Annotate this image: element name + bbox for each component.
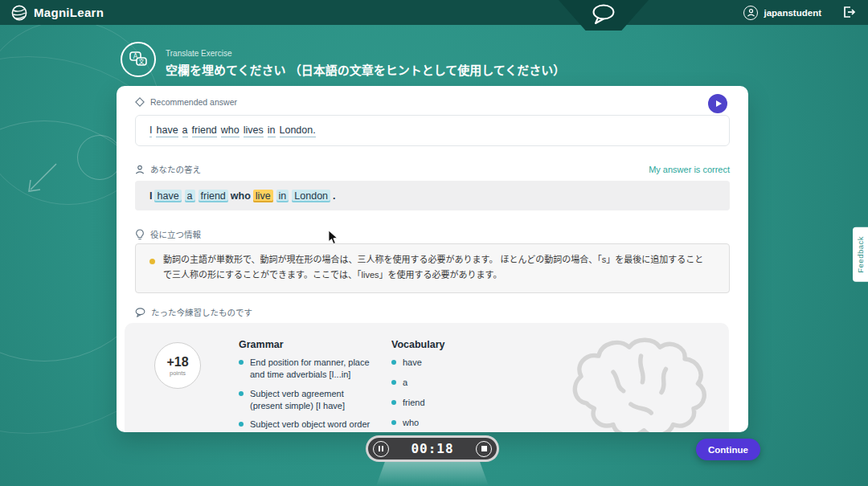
svg-text:文: 文 bbox=[139, 58, 145, 65]
grammar-item: End position for manner, place and time … bbox=[239, 357, 377, 381]
grammar-tip-box: 動詞の主語が単数形で、動詞が現在形の場合は、三人称を使用する必要があります。 ほ… bbox=[135, 243, 730, 293]
answer-token: have bbox=[154, 190, 181, 202]
user-answer-sentence: IhaveafriendwholiveinLondon. bbox=[149, 190, 337, 202]
points-value: +18 bbox=[166, 355, 188, 370]
recommended-sentence: IhaveafriendwholivesinLondon. bbox=[149, 125, 320, 137]
play-icon bbox=[716, 100, 722, 107]
grammar-item: Subject verb agreement (present simple) … bbox=[239, 388, 377, 412]
brand-logo[interactable]: MagniLearn bbox=[11, 5, 104, 21]
username-label: japanstudent bbox=[764, 8, 821, 18]
answer-token: I bbox=[149, 190, 152, 202]
page-title: 空欄を埋めてください （日本語の文章をヒントとして使用してください） bbox=[166, 61, 565, 78]
app-window: MagniLearn japanstudent A 文 bbox=[0, 0, 868, 486]
spotlight-beam bbox=[376, 461, 489, 486]
vocabulary-item: a bbox=[391, 377, 488, 389]
feedback-tab[interactable]: Feedback bbox=[853, 227, 868, 282]
pause-icon bbox=[379, 446, 380, 451]
answer-token: who bbox=[231, 190, 251, 202]
answer-token: in bbox=[276, 190, 289, 202]
speech-bubble-icon bbox=[135, 308, 145, 317]
logout-icon[interactable] bbox=[841, 4, 857, 23]
vocabulary-item: have bbox=[391, 357, 488, 369]
recommended-word: friend bbox=[192, 125, 217, 137]
grammar-title: Grammar bbox=[239, 339, 284, 350]
play-audio-button[interactable] bbox=[708, 94, 727, 113]
answer-token: friend bbox=[199, 190, 228, 202]
answer-token: live bbox=[253, 190, 273, 202]
decorative-arrow bbox=[21, 159, 63, 199]
practiced-header: たった今練習したものです bbox=[135, 306, 252, 318]
exercise-type-label: Translate Exercise bbox=[166, 49, 231, 58]
helpful-info-label: 役に立つ情報 bbox=[150, 228, 201, 240]
answer-token: a bbox=[185, 190, 195, 202]
grammar-tip-text: 動詞の主語が単数形で、動詞が現在形の場合は、三人称を使用する必要があります。 ほ… bbox=[163, 255, 703, 280]
badge-icon bbox=[135, 97, 145, 107]
vocabulary-list: haveafriendwhoin bbox=[391, 357, 488, 432]
answer-status: My answer is correct bbox=[649, 165, 730, 174]
vocabulary-item: friend bbox=[391, 397, 488, 409]
continue-button[interactable]: Continue bbox=[696, 439, 760, 460]
pause-button[interactable] bbox=[373, 441, 389, 457]
top-bar: MagniLearn bbox=[0, 0, 868, 25]
recommended-word: who bbox=[221, 125, 240, 137]
grammar-list: End position for manner, place and time … bbox=[239, 357, 377, 432]
stop-button[interactable] bbox=[476, 441, 492, 457]
recommended-answer-box: IhaveafriendwholivesinLondon. bbox=[135, 115, 730, 146]
recommended-word: a bbox=[182, 125, 188, 137]
practiced-label: たった今練習したものです bbox=[151, 306, 252, 318]
lightbulb-icon bbox=[135, 229, 145, 240]
translate-exercise-icon: A 文 bbox=[121, 42, 156, 77]
brand-name: MagniLearn bbox=[34, 6, 104, 19]
points-badge: +18 points bbox=[154, 342, 201, 389]
exercise-card: Recommended answer Ihaveafriendwholivesi… bbox=[117, 86, 748, 432]
recommended-word: I bbox=[149, 125, 152, 137]
points-label: points bbox=[170, 370, 186, 377]
answer-token: London bbox=[292, 190, 330, 202]
practiced-panel: +18 points Grammar End position for mann… bbox=[125, 323, 729, 432]
helpful-info-header: 役に立つ情報 bbox=[135, 228, 201, 240]
tip-bullet bbox=[149, 259, 155, 264]
mouse-cursor bbox=[328, 231, 339, 245]
your-answer-header: あなたの答え bbox=[135, 163, 201, 175]
magnilearn-logo-icon bbox=[11, 5, 27, 21]
recommended-answer-header: Recommended answer bbox=[135, 97, 237, 107]
recommended-word: in bbox=[268, 125, 276, 137]
timer-value: 00:18 bbox=[389, 441, 476, 456]
vocabulary-title: Vocabulary bbox=[391, 339, 444, 350]
user-avatar-icon bbox=[743, 6, 758, 20]
answer-token: . bbox=[333, 190, 335, 202]
user-answer-box: IhaveafriendwholiveinLondon. bbox=[135, 181, 730, 210]
recommended-word: have bbox=[156, 125, 178, 137]
vocabulary-item: who bbox=[391, 417, 488, 429]
recommended-answer-label: Recommended answer bbox=[150, 97, 237, 107]
recommended-word: lives bbox=[244, 125, 264, 137]
timer: 00:18 bbox=[366, 435, 499, 462]
person-icon bbox=[135, 165, 145, 174]
stop-icon bbox=[481, 446, 487, 451]
your-answer-label: あなたの答え bbox=[150, 163, 201, 175]
brain-illustration bbox=[565, 333, 726, 432]
recommended-word: London. bbox=[280, 125, 316, 137]
grammar-item: Subject verb object word order [I have, … bbox=[239, 419, 377, 432]
chat-bubble-icon bbox=[590, 3, 617, 26]
user-account[interactable]: japanstudent bbox=[743, 0, 821, 25]
